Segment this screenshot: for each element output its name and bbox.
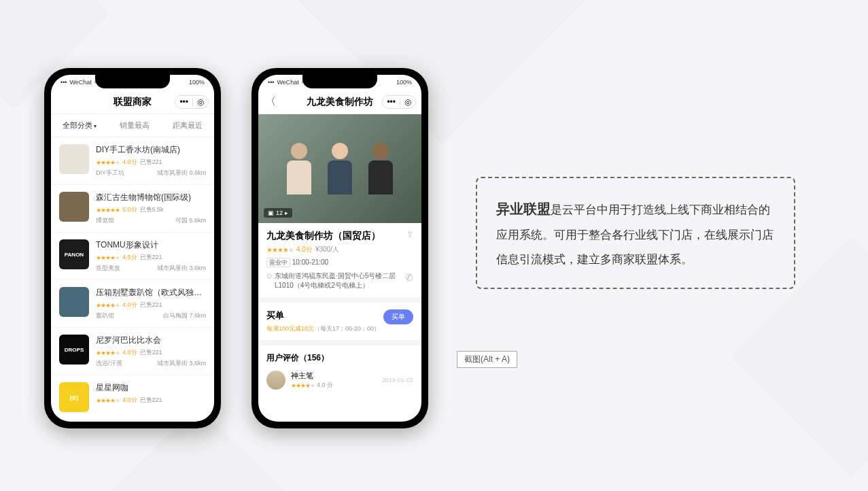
merchant-tags: 造型美发城市风景街 3.6km [96, 264, 206, 273]
review-item[interactable]: 神主笔 ★★★★★ 4.0 分 2018-01-02 [266, 371, 413, 390]
merchant-list-item[interactable]: 森汇古生物博物馆(国际级) ★★★★★ 5.0分 已售5.5k 博览馆可园 5.… [51, 185, 214, 233]
review-title: 用户评价（156） [266, 352, 413, 364]
merchant-list-item[interactable]: PANON TONMU形象设计 ★★★★★ 4.5分 已售221 造型美发城市风… [51, 233, 214, 280]
share-icon[interactable]: ⇧ [406, 230, 413, 239]
nav-bar: 〈 九龙美食制作坊 ••• ◎ [258, 90, 421, 114]
merchant-name: 星星网咖 [96, 382, 206, 394]
buy-section: 买单 每满100元减10元（每天17：00-20：00） 买单 [258, 303, 421, 340]
photo-count-badge[interactable]: ▣ 12▸ [264, 208, 292, 218]
chevron-down-icon: ▾ [94, 123, 97, 129]
shop-name: 九龙美食制作坊（国贸店） [266, 230, 413, 242]
photo-icon: ▣ [268, 209, 274, 216]
merchant-thumbnail: [◎] [59, 382, 89, 412]
merchant-thumbnail [59, 144, 89, 174]
reviewer-name: 神主笔 [291, 371, 377, 381]
merchant-name: DIY手工香水坊(南城店) [96, 144, 206, 156]
merchant-list-item[interactable]: DROPS 尼罗河巴比比水会 ★★★★★ 4.0分 已售221 洗浴/汗蒸城市风… [51, 328, 214, 375]
phone-mockup-detail: •••WeChat≈ 100% 〈 九龙美食制作坊 ••• ◎ ▣ 12▸ [251, 68, 428, 428]
merchant-list-item[interactable]: 压箱别墅轰趴馆（欧式风独栋私密别... ★★★★★ 4.0分 已售221 轰趴馆… [51, 280, 214, 328]
location-icon: ⊙ [266, 271, 272, 290]
screenshot-shortcut-hint[interactable]: 截图(Alt + A) [457, 351, 517, 368]
merchant-thumbnail: DROPS [59, 335, 89, 365]
merchant-thumbnail: PANON [59, 239, 89, 269]
page-title: 联盟商家 [114, 96, 152, 108]
buy-promo: 每满100元减10元（每天17：00-20：00） [266, 324, 413, 333]
feature-description: 异业联盟是云平台中用于打造线上线下商业相结合的应用系统。可用于整合各行业线下门店… [476, 177, 795, 289]
shop-hero-image[interactable]: ▣ 12▸ [258, 114, 421, 223]
review-rating: ★★★★★ 4.0 分 [291, 381, 377, 390]
review-section: 用户评价（156） 神主笔 ★★★★★ 4.0 分 2018-01-02 [258, 345, 421, 396]
more-icon[interactable]: ••• [387, 97, 396, 107]
filter-bar: 全部分类▾ 销量最高 距离最近 [51, 114, 214, 137]
merchant-name: TONMU形象设计 [96, 239, 206, 251]
merchant-list-item[interactable]: [◎] 星星网咖 ★★★★★ 4.0分 已售221 [51, 375, 214, 420]
merchant-tags: DIY手工坊城市风景街 0.6km [96, 169, 206, 177]
merchant-name: 压箱别墅轰趴馆（欧式风独栋私密别... [96, 287, 206, 299]
avatar [266, 371, 285, 390]
merchant-name: 尼罗河巴比比水会 [96, 335, 206, 346]
filter-sales[interactable]: 销量最高 [120, 120, 150, 131]
phone-notch [302, 75, 377, 88]
merchant-list[interactable]: DIY手工香水坊(南城店) ★★★★★ 4.0分 已售221 DIY手工坊城市风… [51, 137, 214, 420]
buy-button[interactable]: 买单 [383, 309, 413, 324]
merchant-rating: ★★★★★ 5.0分 已售5.5k [96, 205, 206, 214]
miniprogram-actions[interactable]: ••• ◎ [175, 95, 209, 109]
more-icon[interactable]: ••• [179, 97, 188, 107]
close-icon[interactable]: ◎ [197, 97, 204, 107]
merchant-tags: 轰趴馆白马梅园 7.6km [96, 311, 206, 320]
merchant-rating: ★★★★★ 4.5分 已售221 [96, 253, 206, 262]
miniprogram-actions[interactable]: ••• ◎ [382, 95, 416, 109]
merchant-thumbnail [59, 287, 89, 317]
merchant-tags: 博览馆可园 5.6km [96, 216, 206, 225]
close-icon[interactable]: ◎ [404, 97, 411, 107]
phone-icon[interactable]: ✆ [405, 271, 413, 285]
shop-hours: 营业中 10:00-21:00 [266, 258, 413, 267]
phone-notch [95, 75, 170, 88]
merchant-name: 森汇古生物博物馆(国际级) [96, 192, 206, 203]
page-title: 九龙美食制作坊 [307, 96, 373, 108]
merchant-rating: ★★★★★ 4.0分 已售221 [96, 301, 206, 309]
merchant-tags: 洗浴/汗蒸城市风景街 3.6km [96, 359, 206, 368]
merchant-rating: ★★★★★ 4.0分 已售221 [96, 396, 206, 405]
filter-category[interactable]: 全部分类▾ [63, 120, 97, 131]
nav-bar: 联盟商家 ••• ◎ [51, 90, 214, 114]
merchant-rating: ★★★★★ 4.0分 已售221 [96, 158, 206, 167]
merchant-list-item[interactable]: DIY手工香水坊(南城店) ★★★★★ 4.0分 已售221 DIY手工坊城市风… [51, 137, 214, 185]
shop-info-section: ⇧ 九龙美食制作坊（国贸店） ★★★★★ 4.0分 ¥300/人 营业中 10:… [258, 223, 421, 297]
back-button[interactable]: 〈 [265, 95, 276, 109]
merchant-thumbnail [59, 192, 89, 222]
shop-address[interactable]: ⊙ 东城街道鸿福东民盈·国贸中心5号楼二层L1010（4号电梯或2号电梯上） ✆ [266, 271, 413, 290]
filter-distance[interactable]: 距离最近 [173, 120, 203, 131]
phone-mockup-list: •••WeChat≈ 100% 联盟商家 ••• ◎ 全部分类▾ 销量最高 距离… [44, 68, 221, 428]
shop-rating: ★★★★★ 4.0分 ¥300/人 [266, 245, 413, 254]
merchant-rating: ★★★★★ 4.0分 已售221 [96, 348, 206, 357]
review-date: 2018-01-02 [382, 377, 413, 384]
